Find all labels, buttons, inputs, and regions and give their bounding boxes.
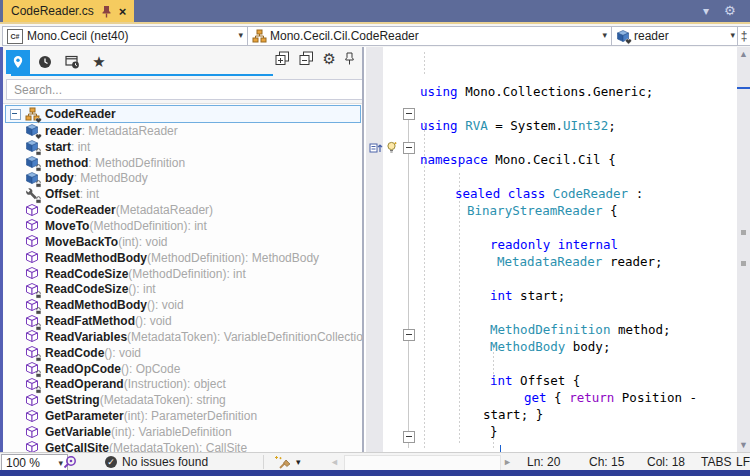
tree-item-method[interactable]: method : MethodDefinition bbox=[3, 155, 362, 171]
code-cleanup-button[interactable]: ▾ bbox=[274, 453, 301, 471]
eol-indicator[interactable]: LF bbox=[736, 453, 750, 471]
chevron-down-icon[interactable]: ▾ bbox=[703, 2, 709, 20]
code-health-indicator[interactable] bbox=[63, 453, 77, 471]
history-tab[interactable] bbox=[33, 50, 57, 74]
tree-item-getvariable[interactable]: GetVariable (int) : VariableDefinition bbox=[3, 424, 362, 440]
editor-horizontal-scrollbar[interactable] bbox=[344, 455, 501, 471]
star-icon: ★ bbox=[92, 54, 105, 69]
tree-item-movebackto[interactable]: MoveBackTo (int) : void bbox=[3, 234, 362, 250]
code-token: class bbox=[508, 186, 546, 201]
tab-codereader[interactable]: CodeReader.cs × bbox=[3, 0, 134, 22]
tree-expander-icon[interactable] bbox=[10, 109, 21, 120]
scroll-up-arrow[interactable]: ▲ bbox=[737, 47, 750, 61]
divider bbox=[263, 455, 264, 469]
gear-icon[interactable]: ⚙ bbox=[323, 51, 336, 66]
code-line: int start; bbox=[490, 288, 565, 304]
member-signature: () bbox=[128, 282, 136, 296]
scroll-down-arrow[interactable]: ▼ bbox=[737, 438, 750, 452]
status-bar bbox=[0, 470, 750, 476]
code-token: return bbox=[569, 390, 614, 405]
member-dropdown[interactable]: reader ▾ bbox=[611, 26, 740, 46]
code-token: sealed bbox=[455, 186, 500, 201]
tree-item-getparameter[interactable]: GetParameter (int) : ParameterDefinition bbox=[3, 408, 362, 424]
tree-item-reader[interactable]: reader : MetadataReader bbox=[3, 123, 362, 139]
type-dropdown[interactable]: Mono.Cecil.Cil.CodeReader ▾ bbox=[247, 26, 612, 46]
tree-item-readcodesize[interactable]: ReadCodeSize (MethodDefinition) : int bbox=[3, 266, 362, 282]
code-token: : bbox=[628, 186, 643, 201]
tree-item-readopcode[interactable]: ReadOpCode () : OpCode bbox=[3, 361, 362, 377]
fold-collapse-icon[interactable] bbox=[403, 329, 415, 341]
recent-window-tab[interactable] bbox=[60, 50, 84, 74]
favorites-tab[interactable]: ★ bbox=[87, 50, 111, 74]
pin-tab[interactable] bbox=[6, 50, 30, 74]
tree-item-offset[interactable]: Offset : int bbox=[3, 186, 362, 202]
tree-item-moveto[interactable]: MoveTo (MethodDefinition) : int bbox=[3, 218, 362, 234]
hscroll-left-arrow[interactable]: ◄ bbox=[330, 457, 339, 467]
method-icon bbox=[25, 218, 40, 233]
member-type: : void bbox=[155, 298, 184, 312]
close-icon[interactable]: × bbox=[119, 5, 127, 18]
tree-item-readcodesize[interactable]: ReadCodeSize () : int bbox=[3, 281, 362, 297]
code-line: sealed class CodeReader : bbox=[455, 186, 643, 202]
tabs-indicator[interactable]: TABS bbox=[701, 453, 731, 471]
code-line: MethodDefinition method; bbox=[490, 322, 671, 338]
tree-item-start[interactable]: start : int bbox=[3, 139, 362, 155]
pushpin-icon[interactable] bbox=[345, 52, 354, 65]
chevron-down-icon: ▾ bbox=[238, 30, 243, 40]
split-window-button[interactable]: ‡ bbox=[737, 26, 750, 46]
member-name: MoveBackTo bbox=[45, 235, 118, 249]
tree-item-readcode[interactable]: ReadCode () : void bbox=[3, 345, 362, 361]
inheritance-margin-icon[interactable] bbox=[369, 141, 383, 155]
scrollbar-annotation-mark bbox=[741, 261, 746, 266]
member-name: GetString bbox=[45, 393, 100, 407]
tree-item-readvariables[interactable]: ReadVariables (MetadataToken) : Variable… bbox=[3, 329, 362, 345]
editor-navigation-bar: C# Mono.Cecil (net40) ▾ Mono.Cecil.Cil.C… bbox=[0, 24, 750, 48]
code-token: { bbox=[547, 390, 570, 405]
member-name: MoveTo bbox=[45, 219, 89, 233]
lightbulb-icon[interactable] bbox=[385, 141, 399, 155]
type-dropdown-value: Mono.Cecil.Cil.CodeReader bbox=[270, 29, 419, 43]
breakpoint-gutter[interactable] bbox=[366, 47, 383, 452]
code-token: using bbox=[420, 84, 458, 99]
panel-toolbar: ★ ⚙ bbox=[3, 48, 362, 75]
char-indicator[interactable]: Ch: 15 bbox=[589, 453, 624, 471]
zoom-dropdown[interactable]: 100 % ▾ bbox=[1, 454, 68, 471]
member-dropdown-value: reader bbox=[634, 29, 669, 43]
method-icon bbox=[25, 282, 40, 297]
code-editor[interactable]: using Mono.Collections.Generic;using RVA… bbox=[364, 47, 737, 452]
tree-item-codereader[interactable]: CodeReader (MetadataReader) bbox=[3, 202, 362, 218]
method-icon bbox=[25, 234, 40, 249]
expand-all-icon[interactable] bbox=[275, 51, 290, 66]
member-type: : OpCode bbox=[129, 362, 180, 376]
pin-icon[interactable] bbox=[101, 5, 112, 18]
tree-item-body[interactable]: body : MethodBody bbox=[3, 170, 362, 186]
member-name: ReadFatMethod bbox=[45, 314, 135, 328]
issues-status[interactable]: ✓ No issues found bbox=[105, 453, 208, 471]
fold-collapse-icon[interactable] bbox=[403, 431, 415, 443]
hscroll-right-arrow[interactable]: ► bbox=[503, 457, 512, 467]
editor-vertical-scrollbar[interactable]: ▲ ▼ bbox=[737, 47, 750, 452]
col-indicator[interactable]: Col: 18 bbox=[647, 453, 685, 471]
tree-item-readmethodbody[interactable]: ReadMethodBody (MethodDefinition) : Meth… bbox=[3, 250, 362, 266]
gear-icon[interactable]: ⚙ bbox=[724, 2, 736, 20]
tree-item-readfatmethod[interactable]: ReadFatMethod () : void bbox=[3, 313, 362, 329]
tree-item-readmethodbody[interactable]: ReadMethodBody () : void bbox=[3, 297, 362, 313]
project-dropdown[interactable]: C# Mono.Cecil (net40) ▾ bbox=[2, 26, 248, 46]
code-structure-panel: ★ ⚙ Sear bbox=[0, 47, 362, 452]
fold-collapse-icon[interactable] bbox=[403, 142, 415, 154]
member-type: : VariableDefinitionCollection bbox=[217, 330, 362, 344]
tree-item-codereader[interactable]: CodeReader bbox=[5, 105, 361, 123]
member-signature: (MethodDefinition) bbox=[147, 251, 245, 265]
member-name: method bbox=[45, 156, 88, 170]
tree-item-getstring[interactable]: GetString (MetadataToken) : string bbox=[3, 392, 362, 408]
text-caret bbox=[500, 445, 501, 452]
fold-collapse-icon[interactable] bbox=[403, 108, 415, 120]
line-indicator[interactable]: Ln: 20 bbox=[527, 453, 560, 471]
tree-item-readoperand[interactable]: ReadOperand (Instruction) : object bbox=[3, 376, 362, 392]
collapse-all-icon[interactable] bbox=[299, 51, 314, 66]
code-token bbox=[550, 237, 558, 252]
search-input[interactable]: Search... bbox=[6, 79, 367, 100]
member-signature: (MetadataToken) bbox=[100, 393, 190, 407]
member-signature: (int) bbox=[111, 425, 132, 439]
member-tree: CodeReaderreader : MetadataReaderstart :… bbox=[3, 103, 362, 453]
